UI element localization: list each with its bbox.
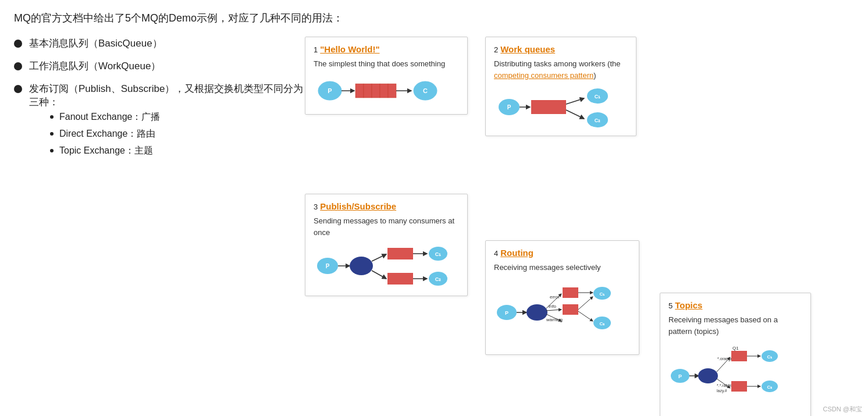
sub-dot-1 xyxy=(50,115,54,119)
svg-text:P: P xyxy=(328,87,332,94)
svg-point-28 xyxy=(350,257,373,275)
bullet-dot-2 xyxy=(14,62,22,70)
svg-text:P: P xyxy=(326,263,330,269)
svg-rect-78 xyxy=(731,351,737,361)
svg-text:C: C xyxy=(423,87,428,94)
bullet-dot-1 xyxy=(14,40,22,48)
svg-text:P: P xyxy=(505,310,508,316)
svg-text:info: info xyxy=(549,304,556,309)
card2-header: 2Work queues xyxy=(494,44,628,54)
svg-text:C₁: C₁ xyxy=(767,354,773,360)
bullet-item-2: 工作消息队列（WorkQueue） xyxy=(14,59,305,73)
svg-rect-16 xyxy=(545,100,552,114)
card3-title[interactable]: Publish/Subscribe xyxy=(320,201,396,211)
svg-text:P: P xyxy=(507,104,511,111)
svg-line-19 xyxy=(566,98,584,104)
svg-rect-6 xyxy=(380,84,388,98)
svg-rect-14 xyxy=(531,100,538,114)
card5-desc: Receiving messages based on a pattern (t… xyxy=(668,314,802,337)
svg-line-30 xyxy=(372,271,386,279)
card-routing: 4Routing Receiving messages selectively … xyxy=(485,240,639,355)
svg-rect-55 xyxy=(563,287,568,298)
svg-rect-4 xyxy=(364,84,372,98)
sub-bullet-2: Direct Exchange：路由 xyxy=(50,128,305,140)
card5-title[interactable]: Topics xyxy=(675,300,702,310)
sub-bullet-1: Fanout Exchange：广播 xyxy=(50,111,305,123)
card1-desc: The simplest thing that does something xyxy=(314,58,459,70)
svg-rect-82 xyxy=(737,381,742,392)
svg-point-71 xyxy=(698,368,718,383)
bullet-text-3: 发布订阅（Publish、Subscribe），又根据交换机类型不同分为三种： xyxy=(29,83,303,108)
card4-diagram: P error info warning xyxy=(494,279,631,346)
svg-rect-7 xyxy=(388,84,396,98)
svg-rect-80 xyxy=(742,351,747,361)
svg-rect-37 xyxy=(400,273,407,285)
card1-title[interactable]: "Hello World!" xyxy=(320,44,379,54)
svg-rect-3 xyxy=(355,84,364,98)
bullet-item-1: 基本消息队列（BasicQueue） xyxy=(14,37,305,50)
card5-header: 5Topics xyxy=(668,300,802,310)
card2-link[interactable]: competing consumers pattern xyxy=(494,71,593,80)
svg-text:C₂: C₂ xyxy=(767,385,773,390)
svg-rect-32 xyxy=(394,248,400,259)
card1-header: 1"Hello World!" xyxy=(314,44,459,54)
svg-rect-31 xyxy=(387,248,394,259)
svg-text:C₁: C₁ xyxy=(435,251,442,257)
bullet-item-3: 发布订阅（Publish、Subscribe），又根据交换机类型不同分为三种： … xyxy=(14,82,305,162)
svg-rect-34 xyxy=(407,248,413,259)
svg-line-20 xyxy=(566,110,584,119)
svg-rect-38 xyxy=(407,273,413,285)
svg-text:C₂: C₂ xyxy=(600,321,606,326)
bullet-text-2: 工作消息队列（WorkQueue） xyxy=(29,59,161,73)
svg-rect-36 xyxy=(394,273,400,285)
svg-text:C₂: C₂ xyxy=(435,276,442,282)
svg-text:lazy.#: lazy.# xyxy=(717,389,727,393)
card4-desc: Receiving messages selectively xyxy=(494,262,631,273)
card2-title[interactable]: Work queues xyxy=(500,44,555,54)
card2-number: 2 xyxy=(494,45,498,54)
card1-number: 1 xyxy=(314,45,318,54)
svg-text:warning: warning xyxy=(546,317,563,322)
svg-point-48 xyxy=(527,304,547,321)
card5-number: 5 xyxy=(668,301,673,310)
svg-text:error: error xyxy=(550,294,560,300)
bullet-text-1: 基本消息队列（BasicQueue） xyxy=(29,37,162,50)
card5-diagram: P *.orange.* *.*.rabbit lazy.# Q1 xyxy=(668,343,802,410)
svg-line-29 xyxy=(372,254,386,261)
svg-rect-35 xyxy=(387,273,394,285)
svg-rect-59 xyxy=(568,304,573,315)
svg-text:C₂: C₂ xyxy=(595,118,601,123)
card4-header: 4Routing xyxy=(494,248,631,258)
svg-line-62 xyxy=(578,297,593,310)
card3-number: 3 xyxy=(314,202,318,211)
svg-line-63 xyxy=(578,311,593,321)
svg-rect-15 xyxy=(538,100,545,114)
card2-diagram: P C₁ xyxy=(494,87,628,127)
sub-dot-2 xyxy=(50,132,54,136)
card2-desc: Distributing tasks among workers (the co… xyxy=(494,58,628,81)
svg-text:Q1: Q1 xyxy=(732,346,739,351)
svg-text:P: P xyxy=(678,374,682,379)
card3-desc: Sending messages to many consumers at on… xyxy=(314,215,459,238)
svg-rect-56 xyxy=(568,287,573,298)
page-title: MQ的官方文档中给出了5个MQ的Demo示例，对应了几种不同的用法： xyxy=(14,10,854,26)
sub-bullet-text-2: Direct Exchange：路由 xyxy=(59,128,155,140)
bullet-list: 基本消息队列（BasicQueue） 工作消息队列（WorkQueue） 发布订… xyxy=(14,37,305,162)
svg-rect-5 xyxy=(372,84,380,98)
sub-dot-3 xyxy=(50,149,54,152)
svg-rect-18 xyxy=(559,100,566,114)
sub-bullet-text-1: Fanout Exchange：广播 xyxy=(59,111,160,123)
card4-title[interactable]: Routing xyxy=(500,248,533,258)
bullet-dot-3 xyxy=(14,85,22,93)
svg-line-51 xyxy=(546,310,561,311)
card-publish-subscribe: 3Publish/Subscribe Sending messages to m… xyxy=(305,194,468,296)
watermark: CSDN @和宝 xyxy=(823,405,862,414)
card4-number: 4 xyxy=(494,249,498,258)
svg-rect-58 xyxy=(563,304,568,315)
sub-bullet-list: Fanout Exchange：广播 Direct Exchange：路由 To… xyxy=(50,111,305,157)
sub-bullet-text-3: Topic Exchange：主题 xyxy=(59,145,153,157)
svg-rect-83 xyxy=(742,381,747,392)
right-column: 1"Hello World!" The simplest thing that … xyxy=(305,37,854,397)
svg-rect-81 xyxy=(731,381,737,392)
svg-text:*.*.rabbit: *.*.rabbit xyxy=(717,383,732,387)
